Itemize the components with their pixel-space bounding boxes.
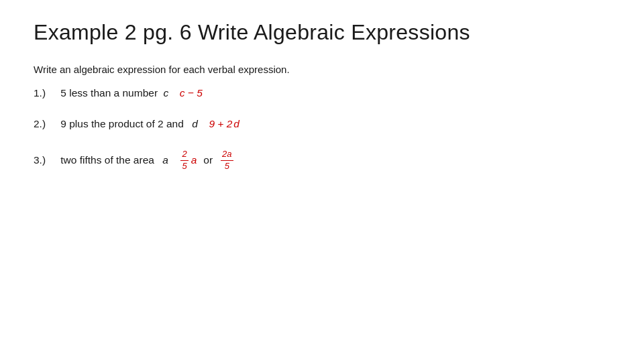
page: Example 2 pg. 6 Write Algebraic Expressi…	[0, 0, 644, 362]
problem-2-content: 9 plus the product of 2 and d 9 + 2d	[58, 118, 239, 130]
or-label: or	[203, 154, 213, 166]
problem-2-var: d	[192, 118, 198, 130]
problem-2-answer: 9 + 2d	[209, 118, 239, 130]
problem-2-number: 2.)	[34, 118, 52, 130]
problem-3-answer1: 2 5 a	[179, 149, 197, 172]
problem-3-text: two fifths of the area	[58, 154, 154, 166]
problem-3-var: a	[162, 154, 168, 166]
problem-1-answer: c − 5	[180, 87, 203, 99]
problem-2: 2.) 9 plus the product of 2 and d 9 + 2d	[34, 118, 610, 130]
problem-1: 1.) 5 less than a number c c − 5	[34, 87, 610, 99]
problem-3: 3.) two fifths of the area a 2 5 a or 2a…	[34, 149, 610, 172]
problem-3-answer2: 2a 5	[219, 149, 234, 172]
fraction-1-numerator: 2	[180, 149, 188, 161]
problem-3-content: two fifths of the area a 2 5 a or 2a 5	[58, 149, 235, 172]
page-title: Example 2 pg. 6 Write Algebraic Expressi…	[34, 20, 610, 45]
problem-1-text: 5 less than a number	[58, 87, 160, 99]
problem-2-text: 9 plus the product of 2 and	[58, 118, 184, 130]
fraction-1-denominator: 5	[180, 161, 188, 172]
fraction-1: 2 5	[180, 149, 188, 172]
fraction-2-numerator: 2a	[221, 149, 233, 161]
fraction-1-var: a	[191, 154, 197, 166]
fraction-2-denominator: 5	[223, 161, 231, 172]
problem-1-number: 1.)	[34, 87, 52, 99]
instruction-text: Write an algebraic expression for each v…	[34, 64, 610, 75]
problem-1-content: 5 less than a number c c − 5	[58, 87, 203, 99]
problem-3-number: 3.)	[34, 154, 52, 166]
fraction-2: 2a 5	[221, 149, 233, 172]
problem-1-var: c	[163, 87, 168, 99]
